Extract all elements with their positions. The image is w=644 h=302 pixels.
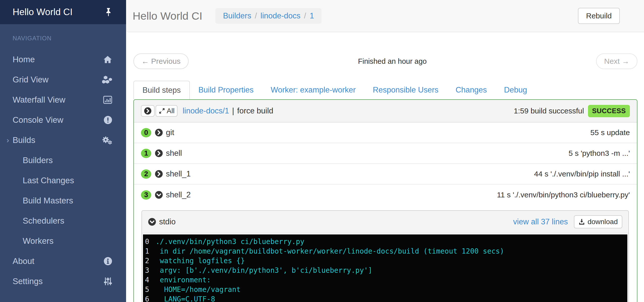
tab-worker[interactable]: Worker: example-worker <box>262 85 364 95</box>
breadcrumb-separator: / <box>304 11 306 20</box>
chevron-down-circle-icon[interactable] <box>148 218 156 226</box>
tab-debug[interactable]: Debug <box>495 85 536 95</box>
step-name: git <box>166 128 174 137</box>
breadcrumb-separator: / <box>255 11 257 20</box>
build-reason: force build <box>237 106 273 115</box>
page-title: Hello World CI <box>133 10 202 22</box>
step-name: shell <box>166 149 182 158</box>
step-number-badge: 1 <box>141 149 151 158</box>
build-link[interactable]: linode-docs/1 <box>183 106 229 115</box>
step-detail: 44 s './.venv/bin/pip install ...' <box>534 170 630 178</box>
log-line: 2 watching logfiles {} <box>145 256 625 266</box>
rebuild-button[interactable]: Rebuild <box>578 8 620 24</box>
sidebar-item-builds[interactable]: › Builds <box>0 130 126 150</box>
stdio-terminal[interactable]: 0./.venv/bin/python3 ci/blueberry.py 1 i… <box>143 234 627 302</box>
build-tabs: Build steps Build Properties Worker: exa… <box>133 81 637 99</box>
sidebar-item-waterfall-view[interactable]: Waterfall View <box>0 90 126 110</box>
step-name: shell_1 <box>166 169 191 178</box>
step-row-shell-2[interactable]: 3 shell_2 11 s './.venv/bin/python3 ci/b… <box>134 185 637 205</box>
expanded-step-area: stdio view all 37 lines down <box>134 205 637 302</box>
tab-build-properties[interactable]: Build Properties <box>190 85 262 95</box>
previous-build-button[interactable]: ← Previous <box>133 53 189 69</box>
pin-icon[interactable] <box>103 8 113 17</box>
top-navbar: Hello World CI Builders / linode-docs / … <box>126 0 644 32</box>
sidebar-item-build-masters[interactable]: Build Masters <box>0 191 126 211</box>
log-header-actions: view all 37 lines download <box>513 215 622 228</box>
sidebar-item-last-changes[interactable]: Last Changes <box>0 170 126 191</box>
breadcrumb-builder-link[interactable]: linode-docs <box>260 11 301 20</box>
app-title: Hello World CI <box>13 7 103 17</box>
log-line: 3 argv: [b'./.venv/bin/python3', b'ci/bl… <box>145 266 625 275</box>
step-row-shell-1[interactable]: 2 shell_1 44 s './.venv/bin/pip install … <box>134 164 637 185</box>
download-icon <box>578 219 585 225</box>
header-divider: | <box>232 106 234 115</box>
step-detail: 55 s update <box>590 128 630 137</box>
build-panel-header: All linode-docs/1 | force build 1:59 bui… <box>134 100 637 123</box>
stdio-log-header: stdio view all 37 lines down <box>142 211 628 233</box>
step-number-badge: 2 <box>141 169 151 179</box>
chevron-right-circle-icon[interactable] <box>155 170 163 178</box>
main-area: Hello World CI Builders / linode-docs / … <box>126 0 644 302</box>
sidebar-item-grid-view[interactable]: Grid View <box>0 70 126 90</box>
breadcrumb-builders-link[interactable]: Builders <box>223 11 251 20</box>
step-row-shell[interactable]: 1 shell 5 s 'python3 -m ...' <box>134 143 637 164</box>
content: ← Previous Finished an hour ago Next → B… <box>126 53 644 302</box>
build-steps-panel: All linode-docs/1 | force build 1:59 bui… <box>133 99 637 302</box>
status-badge: SUCCESS <box>588 105 630 117</box>
info-circle-icon <box>102 257 112 265</box>
log-line: 0./.venv/bin/python3 ci/blueberry.py <box>145 237 625 247</box>
chevron-down-circle-icon[interactable] <box>155 191 163 199</box>
expand-caret-icon: › <box>7 136 9 144</box>
view-all-lines-link[interactable]: view all 37 lines <box>513 217 568 226</box>
tab-responsible-users[interactable]: Responsible Users <box>364 85 447 95</box>
bar-chart-icon <box>102 96 112 104</box>
sidebar-item-workers[interactable]: Workers <box>0 231 126 251</box>
log-line: 1 in dir /home/vagrant/buildbot-worker/w… <box>145 247 625 256</box>
sidebar-item-builders[interactable]: Builders <box>0 150 126 170</box>
collapse-all-button[interactable] <box>141 105 155 117</box>
home-icon <box>102 55 112 64</box>
log-line: 6 LANG=C.UTF-8 <box>145 294 625 302</box>
sidebar-item-home[interactable]: Home <box>0 49 126 70</box>
sidebar-item-about[interactable]: About <box>0 251 126 271</box>
chevron-right-circle-icon[interactable] <box>155 149 163 157</box>
sliders-icon <box>102 277 112 286</box>
sidebar-item-schedulers[interactable]: Schedulers <box>0 211 126 231</box>
sidebar: Hello World CI NAVIGATION Home Grid View <box>0 0 126 302</box>
chevron-right-circle-icon <box>144 107 152 115</box>
breadcrumb-build-number[interactable]: 1 <box>310 11 314 20</box>
log-name: stdio <box>159 217 175 226</box>
log-line: 4 environment: <box>145 275 625 285</box>
stdio-log-panel: stdio view all 37 lines down <box>141 210 629 302</box>
next-build-button[interactable]: Next → <box>596 53 637 69</box>
breadcrumb: Builders / linode-docs / 1 <box>215 8 321 24</box>
step-row-git[interactable]: 0 git 55 s update <box>134 123 637 143</box>
sidebar-header: Hello World CI <box>0 0 126 24</box>
chevron-right-circle-icon[interactable] <box>155 129 163 137</box>
nav-section-label: NAVIGATION <box>13 35 126 42</box>
build-finished-status: Finished an hour ago <box>189 57 596 66</box>
tab-build-steps[interactable]: Build steps <box>133 81 190 99</box>
sidebar-item-console-view[interactable]: Console View <box>0 110 126 130</box>
step-number-badge: 3 <box>141 190 151 200</box>
step-detail: 5 s 'python3 -m ...' <box>569 149 630 158</box>
build-pager: ← Previous Finished an hour ago Next → <box>133 53 637 69</box>
log-line: 5 HOME=/home/vagrant <box>145 285 625 294</box>
exclamation-circle-icon <box>102 116 112 124</box>
step-name: shell_2 <box>166 190 191 199</box>
tab-changes[interactable]: Changes <box>447 85 495 95</box>
sidebar-nav: Home Grid View Waterfall View <box>0 49 126 291</box>
expand-all-button[interactable]: All <box>156 105 178 117</box>
cubes-icon <box>102 75 112 84</box>
build-summary: 1:59 build successful <box>514 107 584 115</box>
expand-arrows-icon <box>159 108 165 114</box>
download-button[interactable]: download <box>574 215 622 228</box>
gears-icon <box>102 136 112 145</box>
step-number-badge: 0 <box>141 128 151 137</box>
step-detail: 11 s './.venv/bin/python3 ci/blueberry.p… <box>497 191 630 199</box>
build-summary-area: 1:59 build successful SUCCESS <box>514 105 630 117</box>
sidebar-item-settings[interactable]: Settings <box>0 271 126 291</box>
